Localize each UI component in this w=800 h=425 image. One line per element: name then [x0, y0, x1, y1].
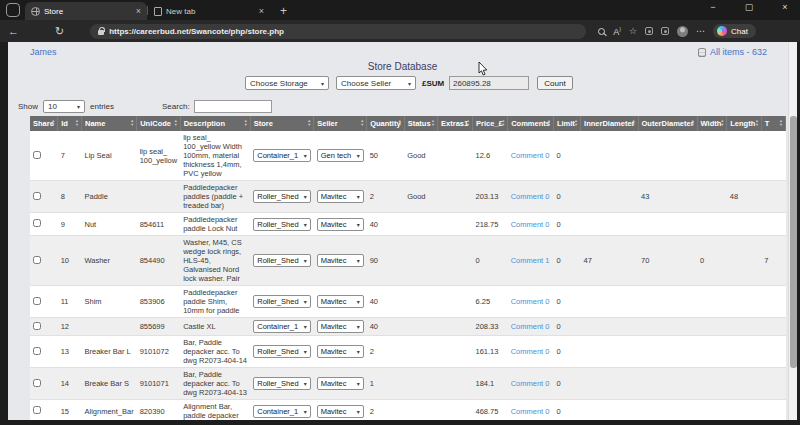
comment-link[interactable]: Comment 0 [511, 220, 550, 229]
new-tab-button[interactable]: + [280, 5, 287, 17]
cell-t [761, 181, 785, 213]
tab-new-tab[interactable]: New tab × [148, 2, 270, 20]
store-select[interactable]: Roller_Shed▾ [253, 218, 310, 231]
cell-width [697, 336, 727, 368]
cell-store: Container_1▾ [250, 400, 313, 421]
cell-extras1 [438, 318, 473, 336]
vertical-scrollbar[interactable] [788, 42, 797, 420]
store-select[interactable]: Container_1▾ [253, 149, 310, 162]
sum-input[interactable] [449, 76, 529, 90]
seller-select[interactable]: Mavitec▾ [317, 320, 364, 333]
comment-link[interactable]: Comment 0 [511, 379, 550, 388]
cell-comments: Comment 0 [508, 318, 554, 336]
store-select[interactable]: Container_1▾ [253, 320, 310, 333]
tab-close-icon[interactable]: × [136, 6, 141, 16]
cell-limit: 0 [553, 236, 580, 286]
reload-icon[interactable]: ↻ [55, 26, 64, 37]
seller-select[interactable]: Mavitec▾ [317, 295, 364, 308]
comment-link[interactable]: Comment 0 [511, 322, 550, 331]
share-checkbox[interactable] [33, 192, 41, 200]
tab-close-icon[interactable]: × [259, 6, 264, 16]
address-bar[interactable]: https://careerbud.net/Swancote/php/store… [90, 24, 586, 39]
cell-name: Breaker Bar L [81, 336, 136, 368]
share-checkbox[interactable] [33, 151, 41, 159]
profile-avatar[interactable] [677, 26, 688, 37]
cell-status [404, 368, 437, 400]
back-icon[interactable]: ← [8, 26, 19, 37]
favorites-star-icon[interactable]: ☆ [629, 27, 637, 36]
share-checkbox[interactable] [33, 219, 41, 227]
column-header-name[interactable]: Name▲▼ [81, 116, 136, 131]
column-header-innerdiameter[interactable]: InnerDiameter▲▼ [581, 116, 638, 131]
comment-link[interactable]: Comment 0 [511, 347, 550, 356]
store-select[interactable]: Roller_Shed▾ [253, 254, 310, 267]
column-header-status[interactable]: Status▲▼ [404, 116, 437, 131]
minimize-button[interactable]: − [706, 2, 720, 12]
cell-status [404, 213, 437, 236]
comment-link[interactable]: Comment 1 [511, 256, 550, 265]
extension-icon-2[interactable] [661, 27, 669, 35]
column-header-price-[interactable]: Price_£▲▼ [473, 116, 508, 131]
count-button[interactable]: Count [537, 76, 573, 90]
sort-icon: ▲▼ [360, 119, 364, 127]
comment-link[interactable]: Comment 0 [511, 192, 550, 201]
cell-limit: 0 [553, 181, 580, 213]
search-input[interactable] [194, 100, 272, 113]
column-header-description[interactable]: Description▲▼ [180, 116, 250, 131]
store-select[interactable]: Roller_Shed▾ [253, 345, 310, 358]
close-button[interactable]: × [778, 2, 792, 12]
store-select[interactable]: Roller_Shed▾ [253, 377, 310, 390]
seller-select[interactable]: Mavitec▾ [317, 254, 364, 267]
tab-store[interactable]: Store × [25, 2, 147, 20]
column-header-width[interactable]: Width▲▼ [697, 116, 727, 131]
store-select[interactable]: Roller_Shed▾ [253, 295, 310, 308]
column-header-extras1[interactable]: Extras1▲▼ [438, 116, 473, 131]
seller-select[interactable]: Mavitec▾ [317, 218, 364, 231]
share-checkbox[interactable] [33, 322, 41, 330]
maximize-button[interactable]: ▢ [742, 2, 756, 12]
share-checkbox[interactable] [33, 297, 41, 305]
share-checkbox[interactable] [33, 406, 41, 414]
cell-length [727, 286, 762, 318]
comment-link[interactable]: Comment 0 [511, 151, 550, 160]
column-header-seller[interactable]: Seller▲▼ [314, 116, 367, 131]
chat-button[interactable]: Chat [713, 24, 756, 38]
settings-menu-icon[interactable]: ⋯ [696, 27, 705, 36]
choose-seller-select[interactable]: Choose Seller▾ [336, 76, 416, 90]
share-checkbox[interactable] [33, 256, 41, 264]
search-icon[interactable] [598, 28, 605, 35]
seller-select[interactable]: Gen tech▾ [317, 149, 364, 162]
comment-link[interactable]: Comment 0 [511, 407, 550, 416]
scrollbar-thumb[interactable] [790, 116, 797, 368]
seller-select[interactable]: Mavitec▾ [317, 345, 364, 358]
seller-select[interactable]: Mavitec▾ [317, 377, 364, 390]
column-header-outerdiameter[interactable]: OuterDiameter▲▼ [638, 116, 697, 131]
store-select[interactable]: Roller_Shed▾ [253, 190, 310, 203]
column-header-limit[interactable]: Limit▲▼ [553, 116, 580, 131]
extension-icon[interactable] [645, 27, 653, 35]
cell-comments: Comment 0 [508, 400, 554, 421]
share-checkbox[interactable] [33, 347, 41, 355]
column-header-unicode[interactable]: UniCode▲▼ [137, 116, 181, 131]
column-header-store[interactable]: Store▲▼ [250, 116, 313, 131]
seller-select[interactable]: Mavitec▾ [317, 405, 364, 418]
cell-price: 218.75 [473, 213, 508, 236]
james-link[interactable]: James [30, 47, 57, 57]
share-checkbox[interactable] [33, 379, 41, 387]
column-header-t[interactable]: T▲▼ [761, 116, 785, 131]
comment-link[interactable]: Comment 0 [511, 297, 550, 306]
all-items-link[interactable]: All items - 632 [710, 47, 767, 57]
cell-price: 6.25 [473, 286, 508, 318]
cell-unicode: 9101072 [137, 336, 181, 368]
column-header-id[interactable]: Id▲▼ [58, 116, 82, 131]
read-aloud-icon[interactable]: A) [613, 25, 621, 37]
choose-storage-select[interactable]: Choose Storage▾ [245, 76, 329, 90]
seller-select[interactable]: Mavitec▾ [317, 190, 364, 203]
column-header-share[interactable]: Share▲▼ [30, 116, 58, 131]
column-header-length[interactable]: Length▲▼ [727, 116, 762, 131]
tab-actions-icon[interactable] [6, 3, 20, 17]
column-header-comments[interactable]: Comments▲▼ [508, 116, 554, 131]
page-length-select[interactable]: 10▾ [43, 100, 85, 113]
store-select[interactable]: Container_1▾ [253, 405, 310, 418]
column-header-quantity[interactable]: Quantity▲▼ [367, 116, 404, 131]
